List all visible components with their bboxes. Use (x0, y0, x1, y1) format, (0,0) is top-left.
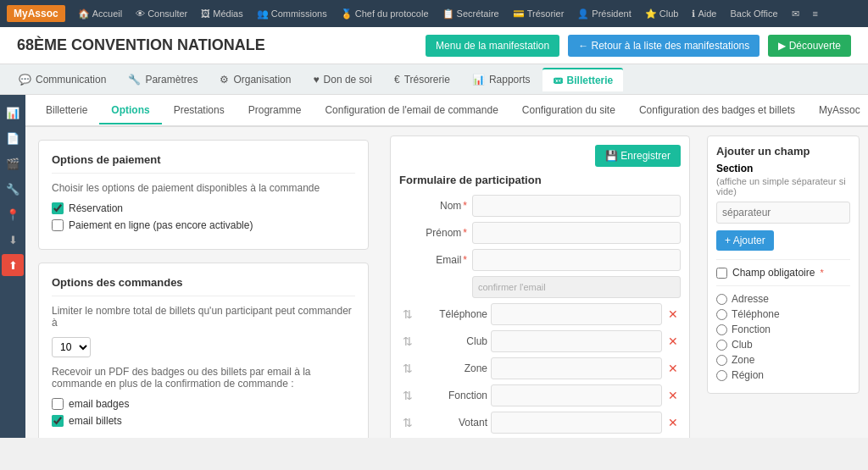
radio-region[interactable]: Région (716, 369, 850, 381)
sub-tabs: Billetterie Options Prestations Programm… (25, 95, 868, 127)
sidebar-icon-upload[interactable]: ⬆ (2, 254, 24, 276)
zone-sort-handle[interactable]: ⇅ (399, 362, 416, 375)
champ-obligatoire-row: Champ obligatoire * (716, 267, 850, 279)
paiement-reservation-label: Réservation (69, 202, 123, 214)
tab-communication[interactable]: 💬 Communication (8, 69, 116, 91)
confirm-email-placeholder: confirmer l'email (472, 276, 681, 298)
radio-club[interactable]: Club (716, 339, 850, 351)
subtab-options[interactable]: Options (99, 97, 161, 124)
fonction-sort-handle[interactable]: ⇅ (399, 389, 416, 402)
nav-mail-icon[interactable]: ✉ (786, 5, 805, 23)
commandes-limit-label: Limiter le nombre total de billets qu'un… (52, 305, 355, 329)
nav-commissions[interactable]: 👥 Commissions (251, 5, 333, 23)
email-billets-label: email billets (69, 415, 122, 427)
paiement-ligne-row: Paiement en ligne (pas encore activable) (52, 219, 355, 231)
prenom-row: Prénom* (399, 222, 681, 244)
votant-delete-button[interactable]: ✕ (665, 416, 681, 429)
club-label: Club (420, 335, 487, 347)
commandes-limit-select[interactable]: 10 5 20 (52, 337, 91, 357)
subtab-config-badges[interactable]: Configuration des badges et billets (627, 97, 807, 124)
telephone-sort-handle[interactable]: ⇅ (399, 307, 416, 321)
sidebar-icon-doc[interactable]: 📄 (2, 127, 24, 149)
nav-backoffice[interactable]: Back Office (724, 5, 783, 22)
sidebar-icon-location[interactable]: 📍 (2, 203, 24, 225)
tab-rapports[interactable]: 📊 Rapports (462, 69, 541, 91)
zone-row: ⇅ Zone ✕ (399, 357, 681, 379)
subtab-config-site[interactable]: Configuration du site (510, 97, 627, 124)
radio-telephone[interactable]: Téléphone (716, 308, 850, 320)
sidebar-icon-chart[interactable]: 📊 (2, 102, 24, 124)
paiement-ligne-label: Paiement en ligne (pas encore activable) (69, 219, 253, 231)
tab-parametres[interactable]: 🔧 Paramètres (118, 69, 208, 91)
nom-row: Nom* (399, 195, 681, 217)
fonction-input[interactable] (491, 384, 662, 406)
add-section-button[interactable]: + Ajouter (716, 230, 774, 251)
tab-don-de-soi[interactable]: ♥ Don de soi (303, 69, 382, 91)
confirm-email-row: confirmer l'email (399, 276, 681, 298)
nom-input[interactable] (472, 195, 681, 217)
tab-tresorerie[interactable]: € Trésorerie (384, 69, 460, 91)
content-wrapper: Billetterie Options Prestations Programm… (25, 95, 868, 438)
decouverte-button[interactable]: ▶ Découverte (768, 35, 851, 57)
sidebar-icon-media[interactable]: 🎬 (2, 152, 24, 174)
zone-delete-button[interactable]: ✕ (665, 362, 681, 375)
subtab-prestations[interactable]: Prestations (162, 97, 236, 124)
email-badges-row: email badges (52, 398, 355, 410)
email-label: Email* (399, 254, 467, 266)
nav-club[interactable]: ⭐ Club (639, 5, 685, 23)
brand-logo[interactable]: MyAssoc (7, 5, 65, 22)
nav-president[interactable]: 👤 Président (571, 5, 637, 23)
telephone-input[interactable] (491, 303, 662, 325)
prenom-input[interactable] (472, 222, 681, 244)
prenom-label: Prénom* (399, 227, 467, 239)
nav-aide[interactable]: ℹ Aide (686, 5, 722, 23)
nav-tresorier[interactable]: 💳 Trésorier (507, 5, 570, 23)
club-row: ⇅ Club ✕ (399, 330, 681, 352)
content-area: Options de paiement Choisir les options … (25, 127, 868, 438)
fonction-delete-button[interactable]: ✕ (665, 389, 681, 402)
paiement-title: Options de paiement (52, 153, 355, 174)
nav-menu-icon[interactable]: ≡ (807, 5, 824, 22)
nav-accueil[interactable]: 🏠 Accueil (72, 5, 128, 23)
nav-chef-protocole[interactable]: 🏅 Chef du protocole (335, 5, 435, 23)
section-separator-input[interactable] (716, 202, 850, 224)
radio-fonction[interactable]: Fonction (716, 323, 850, 335)
email-billets-checkbox[interactable] (52, 415, 64, 427)
menu-manifestation-button[interactable]: Menu de la manifestation (426, 35, 559, 57)
subtab-billetterie[interactable]: Billetterie (34, 97, 99, 124)
paiement-reservation-checkbox[interactable] (52, 202, 64, 214)
sidebar-icon-settings[interactable]: 🔧 (2, 178, 24, 200)
save-btn-wrap: 💾 Enregistrer (399, 145, 681, 167)
club-delete-button[interactable]: ✕ (665, 335, 681, 348)
nav-consulter[interactable]: 👁 Consulter (130, 5, 193, 22)
radio-adresse[interactable]: Adresse (716, 293, 850, 305)
subtab-config-email[interactable]: Configuration de l'email de commande (313, 97, 509, 124)
telephone-delete-button[interactable]: ✕ (665, 307, 681, 321)
email-badges-checkbox[interactable] (52, 398, 64, 410)
telephone-label: Téléphone (420, 308, 487, 320)
subtab-myassoc[interactable]: MyAssoc (807, 97, 868, 124)
club-input[interactable] (491, 330, 662, 352)
radio-zone[interactable]: Zone (716, 354, 850, 366)
retour-liste-button[interactable]: ← Retour à la liste des manifestations (568, 35, 760, 57)
sidebar-icon-download[interactable]: ⬇ (2, 229, 24, 251)
nav-secretaire[interactable]: 📋 Secrétaire (437, 5, 505, 23)
champ-obligatoire-checkbox[interactable] (716, 268, 727, 279)
required-star: * (820, 268, 823, 278)
nav-medias[interactable]: 🖼 Médias (195, 5, 248, 22)
email-input[interactable] (472, 249, 681, 271)
tab-billetterie[interactable]: 🎟 Billetterie (542, 68, 624, 91)
add-field-title: Ajouter un champ (716, 145, 850, 158)
votant-input[interactable] (491, 412, 662, 434)
votant-row: ⇅ Votant ✕ (399, 412, 681, 434)
nom-label: Nom* (399, 200, 467, 212)
club-sort-handle[interactable]: ⇅ (399, 335, 416, 348)
paiement-ligne-checkbox[interactable] (52, 219, 64, 231)
champ-obligatoire-label: Champ obligatoire (732, 267, 815, 279)
subtab-programme[interactable]: Programme (236, 97, 314, 124)
zone-label: Zone (420, 362, 487, 374)
zone-input[interactable] (491, 357, 662, 379)
votant-sort-handle[interactable]: ⇅ (399, 416, 416, 429)
tab-organisation[interactable]: ⚙ Organisation (209, 69, 301, 91)
save-button[interactable]: 💾 Enregistrer (595, 145, 681, 167)
